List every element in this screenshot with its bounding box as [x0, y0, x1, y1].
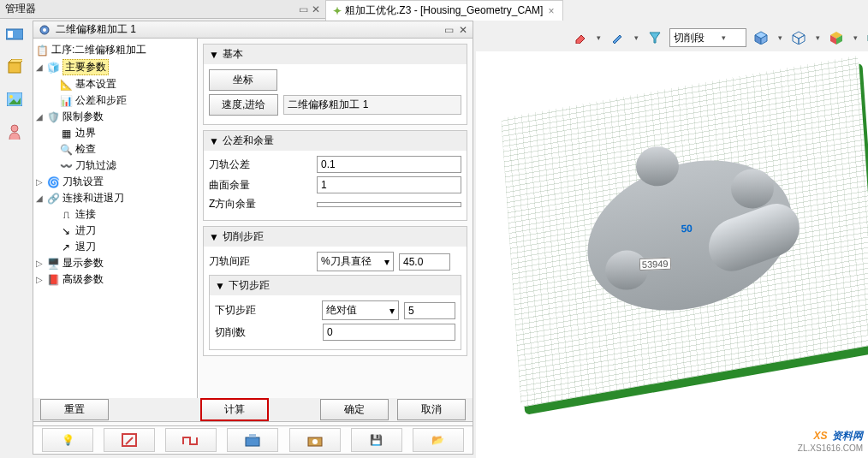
action-open-icon[interactable]: 📂: [413, 428, 464, 452]
group-label: 下切步距: [229, 278, 270, 293]
cut-count-input[interactable]: 0: [323, 324, 455, 341]
panel-close-icon[interactable]: ✕: [459, 24, 467, 36]
gear-icon: [39, 24, 51, 36]
action-toolbar: 💡 💾 📂: [33, 425, 473, 455]
sidebar-manager-icon[interactable]: [4, 24, 25, 45]
surf-allow-input[interactable]: 1: [317, 176, 461, 193]
funnel-icon[interactable]: [645, 28, 664, 47]
tree-process[interactable]: 📋工序:二维偏移粗加工: [35, 42, 195, 58]
group-tol: ▼公差和余量 刀轨公差0.1 曲面余量1 Z方向余量: [203, 130, 467, 221]
collapse-icon[interactable]: ◢: [35, 193, 44, 203]
action-save-icon[interactable]: 💾: [351, 428, 402, 452]
dialog-buttons: 重置 计算 确定 取消: [33, 398, 473, 422]
watermark-logo: XS 资料网 ZL.XS1616.COM: [798, 424, 863, 453]
tree-check[interactable]: 🔍检查: [35, 141, 195, 158]
tree-path-filter[interactable]: 〰️刀轨过滤: [35, 158, 195, 174]
tree-tol-step[interactable]: 📊公差和步距: [35, 92, 195, 109]
tree-limit-params[interactable]: ◢🛡️限制参数: [35, 109, 195, 125]
field-label: 刀轨公差: [209, 158, 312, 172]
sidebar-image-icon[interactable]: [4, 89, 25, 110]
svg-rect-2: [9, 62, 21, 73]
expand-icon[interactable]: ▷: [35, 259, 44, 268]
reset-button[interactable]: 重置: [40, 399, 109, 420]
dropdown-arrow-icon[interactable]: ▾: [594, 28, 603, 47]
calculate-button[interactable]: 计算: [200, 398, 269, 421]
tree-label: 检查: [75, 142, 96, 157]
action-edit-icon[interactable]: [104, 428, 155, 452]
segment-select[interactable]: 切削段▾: [669, 28, 746, 47]
sidebar-user-icon[interactable]: [4, 122, 25, 142]
down-mode-select[interactable]: 绝对值▾: [322, 300, 399, 320]
limit-icon: 🛡️: [46, 110, 60, 124]
tree-link-lead[interactable]: ◢🔗连接和进退刀: [35, 190, 195, 206]
svg-marker-3: [9, 59, 22, 62]
manager-title-buttons: ▭ ✕: [299, 3, 320, 15]
field-label: Z方向余量: [209, 197, 312, 211]
tree-label: 进刀: [75, 223, 96, 238]
tree-link[interactable]: ⎍连接: [35, 206, 195, 223]
group-cutstep: ▼切削步距 刀轨间距%刀具直径▾45.0 ▼下切步距 下切步距绝对值▾5 切削数…: [203, 226, 467, 356]
dropdown-arrow-icon[interactable]: ▾: [632, 28, 640, 47]
tree-label: 限制参数: [62, 110, 104, 124]
tree-label: 高级参数: [62, 272, 104, 287]
path-gap-input[interactable]: 45.0: [399, 253, 450, 271]
axis-label: 50: [681, 223, 693, 235]
link-icon: 🔗: [46, 192, 60, 205]
dropdown-arrow-icon[interactable]: ▾: [813, 28, 822, 47]
action-bulb-icon[interactable]: 💡: [42, 428, 93, 452]
collapse-icon: ▼: [209, 231, 219, 243]
operation-panel: 二维偏移粗加工 1 ▭ ✕ 📋工序:二维偏移粗加工 ◢🧊主要参数 📐基本设置 📊…: [33, 21, 473, 428]
group-basic-header[interactable]: ▼基本: [204, 45, 467, 64]
collapse-icon: ▼: [209, 49, 219, 61]
panel-undock-icon[interactable]: ▭: [444, 24, 454, 36]
group-downstep-header[interactable]: ▼下切步距: [210, 276, 461, 295]
tree-advanced[interactable]: ▷📕高级参数: [35, 271, 195, 288]
action-path-icon[interactable]: [165, 428, 217, 452]
path-gap-mode-select[interactable]: %刀具直径▾: [317, 252, 394, 271]
sidebar-box-icon[interactable]: [4, 57, 25, 77]
tree-basic-settings[interactable]: 📐基本设置: [35, 76, 195, 92]
tree-leadout[interactable]: ↗退刀: [35, 239, 195, 255]
expand-icon[interactable]: ▷: [35, 177, 44, 187]
tree-display[interactable]: ▷🖥️显示参数: [35, 255, 195, 271]
leadout-icon: ↗: [59, 241, 73, 254]
cube-wire-icon[interactable]: [789, 28, 808, 47]
action-machine-icon[interactable]: [227, 428, 278, 452]
viewport-3d[interactable]: 53949 50 XS 资料网 ZL.XS1616.COM: [476, 51, 868, 458]
z-allow-input[interactable]: [317, 202, 461, 207]
coord-button[interactable]: 坐标: [209, 69, 277, 91]
action-verify-icon[interactable]: [289, 428, 341, 452]
panel-title: 二维偏移粗加工 1: [56, 22, 136, 37]
tree-main-params[interactable]: ◢🧊主要参数: [35, 58, 195, 76]
tab-close-icon[interactable]: ×: [546, 5, 556, 17]
select-value: 绝对值: [326, 303, 357, 318]
group-label: 公差和余量: [223, 134, 274, 148]
tree-leadin[interactable]: ↘进刀: [35, 223, 195, 239]
speed-button[interactable]: 速度,进给: [209, 94, 278, 116]
group-cutstep-header[interactable]: ▼切削步距: [204, 227, 467, 247]
cancel-button[interactable]: 取消: [397, 399, 466, 420]
field-label: 切削数: [215, 325, 318, 340]
brush-icon[interactable]: [608, 28, 627, 47]
ok-button[interactable]: 确定: [320, 399, 389, 420]
dropdown-arrow-icon[interactable]: ▾: [851, 28, 859, 47]
collapse-icon[interactable]: ◢: [35, 112, 44, 122]
minimize-icon[interactable]: ▭: [299, 3, 308, 15]
segment-label: 切削段: [674, 31, 705, 45]
cube-blue-icon[interactable]: [752, 28, 770, 47]
document-tab[interactable]: ✦ 粗加工优化.Z3 - [Housing_Geometry_CAM] ×: [325, 0, 563, 21]
path-tol-input[interactable]: 0.1: [317, 156, 461, 173]
cube-cyan-icon[interactable]: [865, 28, 868, 47]
collapse-icon[interactable]: ◢: [35, 62, 44, 72]
settings-icon: 📐: [59, 78, 73, 92]
down-step-input[interactable]: 5: [404, 302, 455, 319]
tree-path-settings[interactable]: ▷🌀刀轨设置: [35, 174, 195, 190]
eraser-icon[interactable]: [570, 28, 589, 47]
dropdown-arrow-icon[interactable]: ▾: [776, 28, 784, 47]
tree-boundary[interactable]: ▦边界: [35, 125, 195, 141]
group-tol-header[interactable]: ▼公差和余量: [204, 131, 467, 151]
tab-label: 粗加工优化.Z3 - [Housing_Geometry_CAM]: [345, 3, 543, 18]
expand-icon[interactable]: ▷: [35, 275, 44, 284]
cube-color-icon[interactable]: [827, 28, 846, 47]
close-icon[interactable]: ✕: [312, 3, 320, 15]
